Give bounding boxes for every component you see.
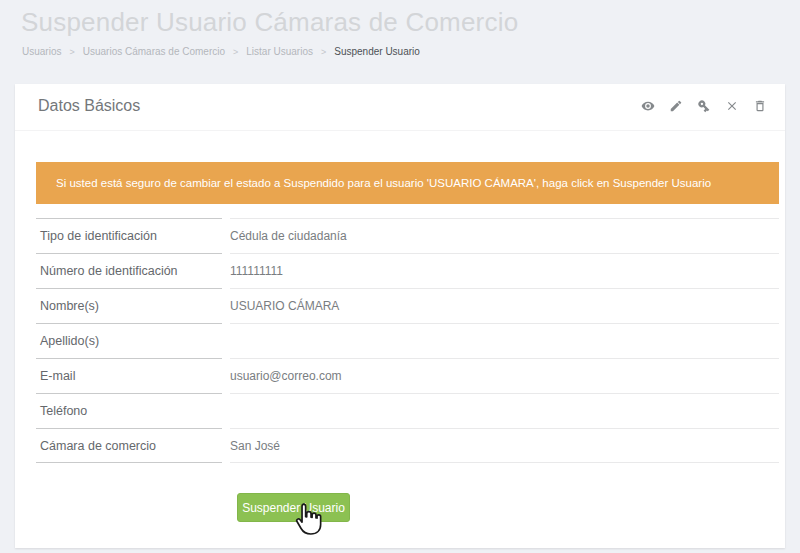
table-row: Teléfono <box>36 393 779 428</box>
table-row: Tipo de identificación Cédula de ciudada… <box>36 218 779 253</box>
breadcrumb-separator: > <box>69 47 74 57</box>
field-label-email: E-mail <box>36 358 222 393</box>
suspend-warning-text: Si usted está seguro de cambiar el estad… <box>56 177 711 189</box>
eye-icon[interactable] <box>641 99 655 113</box>
table-row: Cámara de comercio San José <box>36 428 779 463</box>
field-label-telefono: Teléfono <box>36 393 222 428</box>
field-label-numero-identificacion: Número de identificación <box>36 253 222 288</box>
user-details-table: Tipo de identificación Cédula de ciudada… <box>36 218 779 463</box>
table-row: Número de identificación 111111111 <box>36 253 779 288</box>
breadcrumb-item-listar-usuarios[interactable]: Listar Usuarios <box>246 46 313 57</box>
field-value-camara-comercio: San José <box>230 428 779 463</box>
datos-basicos-card: Datos Básicos Si usted está seguro de ca… <box>15 84 785 548</box>
field-value-tipo-identificacion: Cédula de ciudadanía <box>230 218 779 253</box>
suspender-usuario-button[interactable]: Suspender Usuario <box>237 493 350 522</box>
key-icon[interactable] <box>697 99 711 113</box>
card-title: Datos Básicos <box>38 97 140 115</box>
close-icon[interactable] <box>725 99 739 113</box>
field-value-apellidos <box>230 323 779 358</box>
breadcrumb-item-current: Suspender Usuario <box>334 46 420 57</box>
card-header: Datos Básicos <box>15 84 785 131</box>
table-row: Apellido(s) <box>36 323 779 358</box>
breadcrumb-separator: > <box>321 47 326 57</box>
pencil-icon[interactable] <box>669 99 683 113</box>
field-label-apellidos: Apellido(s) <box>36 323 222 358</box>
page-title: Suspender Usuario Cámaras de Comercio <box>21 7 518 38</box>
card-toolbar <box>641 99 767 113</box>
table-row: E-mail usuario@correo.com <box>36 358 779 393</box>
breadcrumb-item-usuarios[interactable]: Usuarios <box>22 46 61 57</box>
suspend-warning-banner: Si usted está seguro de cambiar el estad… <box>36 162 779 204</box>
field-value-nombres: USUARIO CÁMARA <box>230 288 779 323</box>
field-label-camara-comercio: Cámara de comercio <box>36 428 222 463</box>
breadcrumb-item-usuarios-camaras[interactable]: Usuarios Cámaras de Comercio <box>83 46 225 57</box>
field-value-numero-identificacion: 111111111 <box>230 253 779 288</box>
field-label-tipo-identificacion: Tipo de identificación <box>36 218 222 253</box>
field-label-nombres: Nombre(s) <box>36 288 222 323</box>
field-value-telefono <box>230 393 779 428</box>
trash-icon[interactable] <box>753 99 767 113</box>
field-value-email: usuario@correo.com <box>230 358 779 393</box>
breadcrumb-separator: > <box>233 47 238 57</box>
table-row: Nombre(s) USUARIO CÁMARA <box>36 288 779 323</box>
breadcrumb: Usuarios > Usuarios Cámaras de Comercio … <box>22 46 420 57</box>
